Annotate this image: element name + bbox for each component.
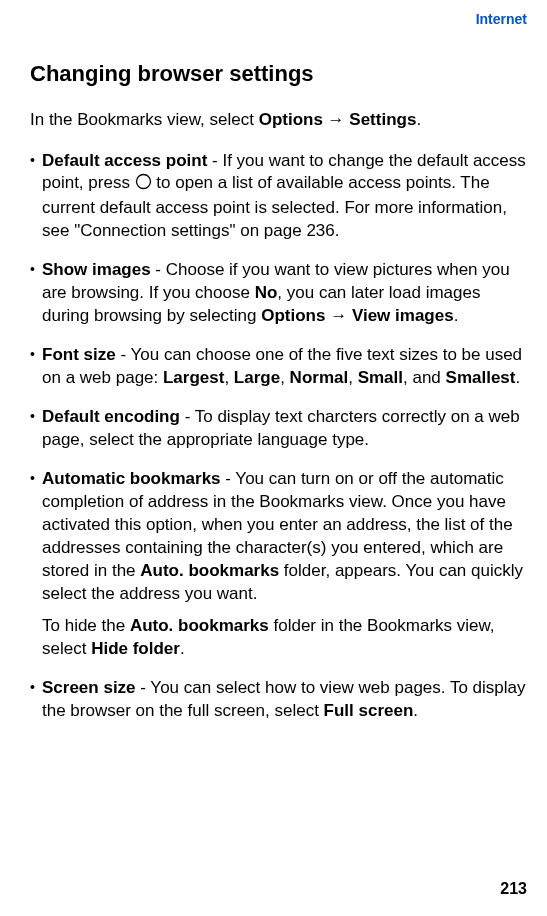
- ab-label: Automatic bookmarks: [42, 469, 221, 488]
- fs-largest: Largest: [163, 368, 224, 387]
- item-screen-size: Screen size - You can select how to view…: [30, 677, 527, 723]
- item-font-size: Font size - You can choose one of the fi…: [30, 344, 527, 390]
- si-view-images: View images: [352, 306, 454, 325]
- section-header: Internet: [30, 10, 527, 29]
- fs-c5: .: [515, 368, 520, 387]
- intro-settings: Settings: [349, 110, 416, 129]
- de-label: Default encoding: [42, 407, 180, 426]
- intro-options: Options: [259, 110, 323, 129]
- item-show-images: Show images - Choose if you want to view…: [30, 259, 527, 328]
- fs-normal: Normal: [290, 368, 349, 387]
- si-options: Options: [261, 306, 325, 325]
- page-number: 213: [500, 878, 527, 900]
- si-no: No: [255, 283, 278, 302]
- svg-point-0: [136, 175, 150, 189]
- item-automatic-bookmarks-followup: To hide the Auto. bookmarks folder in th…: [30, 615, 527, 661]
- fs-c3: ,: [348, 368, 357, 387]
- arrow-icon: →: [325, 306, 351, 325]
- fs-small: Small: [358, 368, 403, 387]
- intro-paragraph: In the Bookmarks view, select Options → …: [30, 109, 527, 132]
- ss-t2: .: [413, 701, 418, 720]
- fs-large: Large: [234, 368, 280, 387]
- ab-folder: Auto. bookmarks: [140, 561, 279, 580]
- arrow-icon: →: [323, 110, 349, 129]
- fs-smallest: Smallest: [446, 368, 516, 387]
- circle-button-icon: [135, 173, 152, 197]
- fs-c4: , and: [403, 368, 446, 387]
- page-title: Changing browser settings: [30, 59, 527, 89]
- fs-label: Font size: [42, 345, 116, 364]
- intro-prefix: In the Bookmarks view, select: [30, 110, 259, 129]
- ab2-t3: .: [180, 639, 185, 658]
- intro-suffix: .: [416, 110, 421, 129]
- ab2-hide: Hide folder: [91, 639, 180, 658]
- si-label: Show images: [42, 260, 151, 279]
- item-default-access-point: Default access point - If you want to ch…: [30, 150, 527, 244]
- fs-c1: ,: [224, 368, 233, 387]
- ab2-t1: To hide the: [42, 616, 130, 635]
- dap-label: Default access point: [42, 151, 207, 170]
- si-t3: .: [454, 306, 459, 325]
- fs-c2: ,: [280, 368, 289, 387]
- item-automatic-bookmarks: Automatic bookmarks - You can turn on or…: [30, 468, 527, 606]
- ss-label: Screen size: [42, 678, 136, 697]
- ab2-folder: Auto. bookmarks: [130, 616, 269, 635]
- item-default-encoding: Default encoding - To display text charc…: [30, 406, 527, 452]
- ss-full: Full screen: [324, 701, 414, 720]
